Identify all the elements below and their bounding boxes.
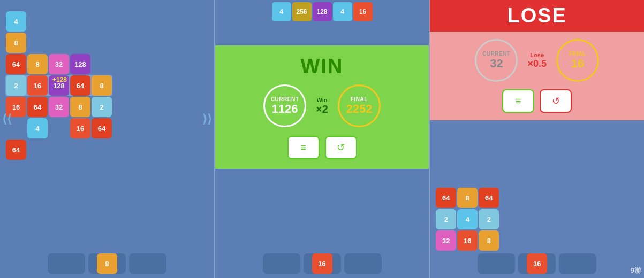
tile-16: 16 <box>27 75 48 96</box>
tile-64: 64 <box>6 54 26 74</box>
tile-8: 8 <box>70 97 90 117</box>
tile-4: 4 <box>27 118 48 138</box>
lose-multiplier-label: Lose <box>530 52 544 58</box>
tile-32: 32 <box>49 54 69 74</box>
tile-64: 64 <box>6 140 26 160</box>
lose-bottom-bar: 16 <box>430 253 644 274</box>
arrow-left-icon[interactable]: ⟨⟨ <box>2 112 12 126</box>
multiplier-value: ×2 <box>316 103 328 115</box>
tile-64: 64 <box>70 75 90 96</box>
win-panel: 4 256 128 4 16 WIN CURRENT 1126 Win ×2 F… <box>214 0 429 278</box>
bottom-slot-0 <box>48 253 85 274</box>
final-score-circle: FINAL 2252 <box>338 84 381 127</box>
lose-list-button[interactable]: ≡ <box>502 89 534 113</box>
top-tile-256: 256 <box>292 2 312 21</box>
game-panel: 4 8 64 8 32 128 +128 2 16 128 64 8 16 64… <box>0 0 214 278</box>
bottom-slot-2 <box>129 253 166 274</box>
tile-4: 4 <box>6 11 26 32</box>
grid-row: 4 16 64 <box>5 118 112 139</box>
lose-current-circle: CURRENT 32 <box>475 39 518 82</box>
tile-16: 16 <box>70 118 90 138</box>
lose-content: CURRENT 32 Lose ×0.5 FINAL 16 ≡ ↺ <box>430 32 644 120</box>
lose-grid: 64 8 64 2 4 2 32 16 8 <box>435 187 639 251</box>
tile-8: 8 <box>6 33 26 53</box>
multiplier-label: Win <box>316 97 327 103</box>
top-tile-4: 4 <box>272 2 291 21</box>
tile-32: 32 <box>49 97 69 117</box>
tile-8: 8 <box>27 54 48 74</box>
list-icon: ≡ <box>300 142 306 153</box>
lose-refresh-button[interactable]: ↺ <box>540 89 572 113</box>
grid-row: 2 4 2 <box>435 208 639 230</box>
tile-8: 8 <box>479 230 499 251</box>
queued-tile-8: 8 <box>97 253 117 274</box>
score-row: CURRENT 1126 Win ×2 FINAL 2252 <box>221 84 424 127</box>
game-grid: 4 8 64 8 32 128 +128 2 16 128 64 8 16 64… <box>0 5 214 166</box>
tile-8: 8 <box>92 75 112 96</box>
lose-current-value: 32 <box>490 57 503 71</box>
refresh-icon: ↺ <box>337 142 345 153</box>
lose-score-row: CURRENT 32 Lose ×0.5 FINAL 16 <box>435 39 639 82</box>
lose-bottom-slot-1: 16 <box>518 253 556 274</box>
grid-row: 64 <box>5 139 27 160</box>
arrow-right-icon[interactable]: ⟩⟩ <box>202 112 212 126</box>
win-bottom-slot-0 <box>263 253 300 274</box>
lose-multiplier-value: ×0.5 <box>527 58 547 70</box>
watermark: 9游 <box>631 266 641 275</box>
list-icon: ≡ <box>516 96 521 107</box>
bottom-slot-1: 8 <box>88 253 126 274</box>
tile-64: 64 <box>436 188 456 208</box>
tile-64: 64 <box>479 188 499 208</box>
tile-32: 32 <box>436 230 456 251</box>
refresh-icon: ↺ <box>552 95 560 107</box>
lose-final-circle: FINAL 16 <box>556 39 599 82</box>
top-tile-16: 16 <box>353 2 373 21</box>
top-tiles: 4 256 128 4 16 <box>215 0 429 24</box>
current-score-circle: CURRENT 1126 <box>263 84 306 127</box>
list-button[interactable]: ≡ <box>287 136 320 159</box>
tile-2: 2 <box>6 75 26 96</box>
queued-tile-16: 16 <box>527 253 547 274</box>
win-buttons: ≡ ↺ <box>287 136 357 159</box>
tile-8: 8 <box>457 188 478 208</box>
lose-multiplier: Lose ×0.5 <box>527 52 547 70</box>
lose-panel: LOSE CURRENT 32 Lose ×0.5 FINAL 16 ≡ ↺ <box>429 0 644 278</box>
bottom-bar: 8 <box>0 253 214 274</box>
queued-tile-16: 16 <box>312 253 332 274</box>
lose-title: LOSE <box>507 4 566 27</box>
refresh-button[interactable]: ↺ <box>325 136 357 159</box>
win-overlay: WIN CURRENT 1126 Win ×2 FINAL 2252 ≡ ↺ <box>215 45 429 169</box>
top-tile-128: 128 <box>313 2 332 21</box>
tile-64: 64 <box>92 118 112 138</box>
top-tile-4b: 4 <box>333 2 352 21</box>
tile-128: 128 <box>70 54 90 74</box>
current-label: CURRENT <box>271 96 299 102</box>
lose-title-bar: LOSE <box>430 0 644 32</box>
lose-final-value: 16 <box>571 57 584 71</box>
tile-2: 2 <box>479 209 499 229</box>
tile-4: 4 <box>457 209 478 229</box>
grid-row: 64 8 64 <box>435 187 639 208</box>
win-multiplier: Win ×2 <box>316 97 328 115</box>
win-bottom-slot-1: 16 <box>304 253 341 274</box>
plus-label: +128 <box>52 76 67 83</box>
tile-64: 64 <box>27 97 48 117</box>
lose-buttons: ≡ ↺ <box>502 89 572 113</box>
win-bottom-slot-2 <box>344 253 382 274</box>
current-value: 1126 <box>272 102 298 116</box>
lose-final-label: FINAL <box>569 51 586 57</box>
grid-row: 4 <box>5 11 27 32</box>
grid-row: 16 64 32 8 2 <box>5 96 112 118</box>
final-value: 2252 <box>346 102 372 116</box>
grid-row: 64 8 32 128 +128 <box>5 53 91 75</box>
tile-16: 16 <box>457 230 478 251</box>
lose-current-label: CURRENT <box>482 51 510 57</box>
final-label: FINAL <box>351 96 368 102</box>
win-bottom-bar: 16 <box>215 253 429 274</box>
grid-row: 32 16 8 <box>435 230 639 251</box>
grid-row: 8 <box>5 32 27 53</box>
lose-bottom-slot-0 <box>478 253 515 274</box>
lose-bottom-slot-2 <box>559 253 596 274</box>
tile-2: 2 <box>436 209 456 229</box>
tile-2: 2 <box>92 97 112 117</box>
